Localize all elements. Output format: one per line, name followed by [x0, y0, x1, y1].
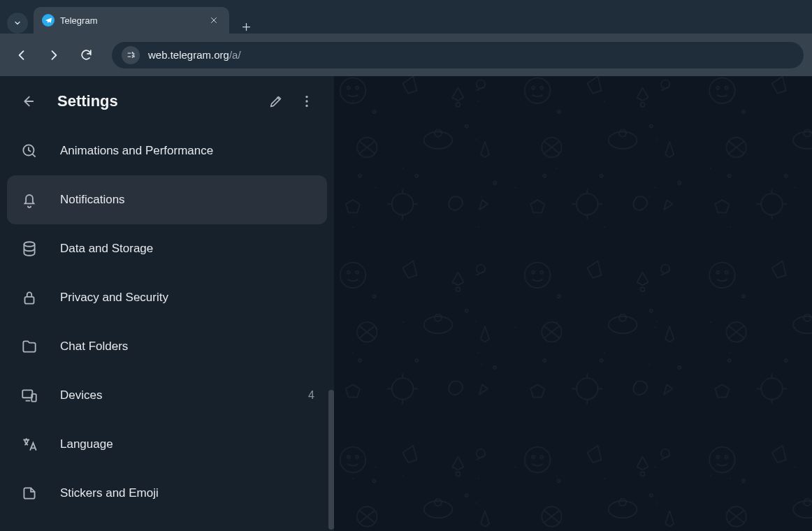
sticker-icon	[20, 484, 39, 502]
doodle-pattern	[334, 76, 812, 531]
browser-reload-button[interactable]	[73, 42, 99, 68]
lock-icon	[20, 289, 39, 307]
settings-item-label: Devices	[60, 388, 308, 402]
svg-point-4	[305, 105, 307, 107]
settings-item-devices[interactable]: Devices 4	[7, 371, 327, 420]
more-button[interactable]	[292, 87, 321, 116]
settings-item-language[interactable]: Language	[7, 420, 327, 469]
settings-item-stickers[interactable]: Stickers and Emoji	[7, 469, 327, 518]
settings-item-label: Stickers and Emoji	[60, 486, 314, 500]
settings-item-privacy[interactable]: Privacy and Security	[7, 273, 327, 322]
tab-search-dropdown[interactable]	[7, 13, 28, 34]
speed-icon	[20, 142, 39, 160]
svg-rect-8	[22, 390, 32, 398]
tab-title: Telegram	[60, 15, 201, 26]
bell-icon	[20, 191, 39, 209]
svg-point-3	[305, 100, 307, 102]
url-host: web.telegram.org	[148, 49, 229, 61]
back-button[interactable]	[13, 87, 42, 116]
url-text: web.telegram.org/a/	[148, 49, 241, 61]
settings-item-label: Privacy and Security	[60, 291, 314, 305]
url-path: /a/	[229, 49, 241, 61]
page-title: Settings	[57, 92, 246, 110]
settings-list: Animations and Performance Notifications…	[0, 126, 334, 531]
settings-item-notifications[interactable]: Notifications	[7, 175, 327, 224]
new-tab-button[interactable]	[239, 20, 253, 34]
scrollbar-thumb[interactable]	[328, 390, 334, 530]
svg-point-6	[24, 242, 34, 247]
folder-icon	[20, 337, 39, 356]
settings-item-data-storage[interactable]: Data and Storage	[7, 224, 327, 273]
svg-point-2	[305, 96, 307, 98]
settings-sidebar: Settings Animations and Performance	[0, 76, 334, 531]
browser-back-button[interactable]	[8, 42, 35, 68]
settings-item-label: Animations and Performance	[60, 144, 314, 158]
chat-background	[334, 76, 812, 531]
settings-item-folders[interactable]: Chat Folders	[7, 322, 327, 371]
svg-point-0	[131, 52, 133, 54]
tab-close-button[interactable]	[207, 13, 221, 27]
settings-item-label: Language	[60, 437, 314, 451]
svg-rect-7	[25, 297, 34, 304]
browser-forward-button[interactable]	[41, 42, 67, 68]
settings-item-label: Data and Storage	[60, 242, 314, 256]
url-bar: web.telegram.org/a/	[0, 34, 812, 76]
edit-button[interactable]	[261, 87, 291, 116]
language-icon	[20, 435, 39, 453]
telegram-favicon-icon	[42, 14, 55, 27]
settings-item-label: Chat Folders	[60, 340, 314, 354]
site-controls-icon[interactable]	[122, 46, 140, 64]
browser-chrome: Telegram web.telegram.org/a/	[0, 0, 812, 76]
tab-bar: Telegram	[0, 0, 812, 34]
browser-tab[interactable]: Telegram	[34, 7, 229, 34]
storage-icon	[20, 240, 39, 258]
telegram-app: Settings Animations and Performance	[0, 76, 812, 531]
devices-count-badge: 4	[308, 389, 314, 402]
devices-icon	[20, 386, 39, 405]
url-input[interactable]: web.telegram.org/a/	[112, 42, 804, 68]
svg-point-1	[133, 56, 134, 57]
settings-item-animations[interactable]: Animations and Performance	[7, 126, 327, 175]
settings-item-label: Notifications	[60, 193, 314, 207]
sidebar-header: Settings	[0, 76, 334, 126]
svg-rect-22	[334, 76, 812, 531]
